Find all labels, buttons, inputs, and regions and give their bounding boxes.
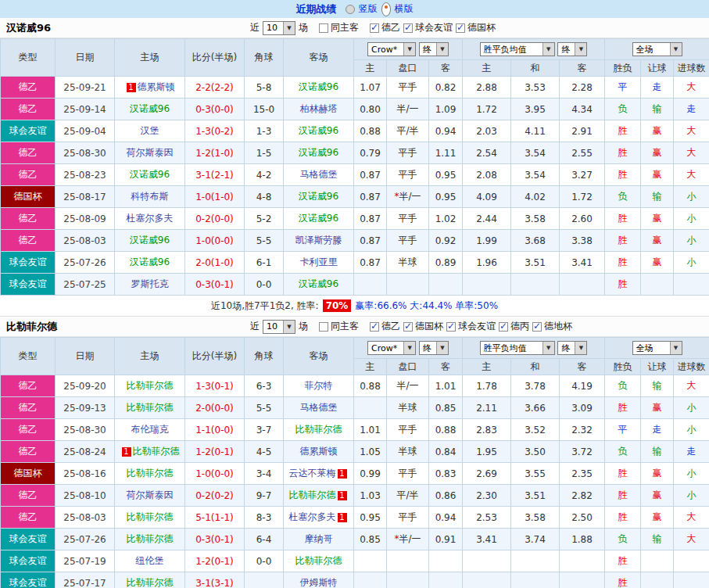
- team-link[interactable]: 柏林赫塔: [300, 103, 338, 114]
- team-link[interactable]: 汉诺威96: [299, 191, 338, 202]
- result-goals: 大: [674, 77, 709, 99]
- team-link[interactable]: 汉诺威96: [299, 278, 338, 289]
- avg-draw-odds: 3.51: [511, 252, 560, 274]
- team-link[interactable]: 荷尔斯泰因: [127, 489, 174, 500]
- team-link[interactable]: 比勒菲尔德: [127, 533, 174, 544]
- avg-away-odds: 3.38: [560, 230, 605, 252]
- fullmatch-dropdown[interactable]: 全场▼: [632, 341, 682, 355]
- match-row: 球会友谊25-07-25罗斯托克0-3(0-1)0-0汉诺威96胜: [1, 274, 709, 296]
- home-team-cell: 科特布斯: [115, 186, 185, 208]
- team-link[interactable]: 比勒菲尔德: [127, 511, 174, 522]
- away-team-cell: 凯泽斯劳滕: [284, 230, 354, 252]
- match-type-badge: 球会友谊: [1, 550, 56, 572]
- team-link[interactable]: 凯泽斯劳滕: [295, 235, 342, 246]
- team-link[interactable]: 德累斯顿: [138, 81, 175, 92]
- team-link[interactable]: 汉诺威96: [130, 235, 170, 246]
- team-link[interactable]: 云达不莱梅: [289, 468, 336, 479]
- team-link[interactable]: 卡利亚里: [300, 256, 338, 267]
- team-link[interactable]: 比勒菲尔德: [289, 489, 336, 500]
- team-link[interactable]: 科特布斯: [131, 191, 169, 202]
- team-link[interactable]: 杜塞尔多夫: [127, 213, 174, 224]
- red-card-badge: 1: [338, 491, 347, 500]
- team-link[interactable]: 纽伦堡: [136, 555, 164, 566]
- away-odds: [429, 274, 463, 296]
- team-link[interactable]: 比勒菲尔德: [127, 577, 174, 588]
- result-outcome: 胜: [605, 164, 641, 186]
- result-handicap: [641, 274, 674, 296]
- team-link[interactable]: 摩纳哥: [305, 533, 333, 544]
- team-link[interactable]: 汉堡: [141, 125, 159, 136]
- avg-odds-dropdown[interactable]: 胜平负均值▼: [480, 42, 555, 56]
- league-checkbox[interactable]: 德国杯: [403, 320, 443, 333]
- final-odds-dropdown[interactable]: 终▼: [419, 42, 449, 56]
- column-subheader: 和: [511, 60, 560, 77]
- league-checkbox[interactable]: 德乙: [370, 320, 400, 333]
- avg-away-odds: 3.27: [560, 164, 605, 186]
- fullmatch-dropdown[interactable]: 全场▼: [632, 42, 682, 56]
- team-link[interactable]: 罗斯托克: [131, 278, 169, 289]
- avg-home-odds: 2.54: [463, 142, 511, 164]
- avg-odds-dropdown[interactable]: 胜平负均值▼: [480, 341, 555, 355]
- team-link[interactable]: 荷尔斯泰因: [127, 147, 174, 158]
- radio-vertical-label[interactable]: 竖版: [359, 2, 378, 16]
- team-link[interactable]: 菲尔特: [305, 380, 333, 391]
- team-link[interactable]: 汉诺威96: [299, 147, 338, 158]
- team-link[interactable]: 比勒菲尔德: [295, 424, 342, 435]
- same-venue-checkbox[interactable]: 同主客: [319, 320, 359, 333]
- league-checkbox[interactable]: 德地杯: [532, 320, 572, 333]
- scope-header-group: 全场▼: [605, 39, 709, 60]
- match-date: 25-07-25: [56, 274, 115, 296]
- result-outcome: 胜: [605, 507, 641, 529]
- same-venue-checkbox[interactable]: 同主客: [319, 21, 359, 34]
- team-link[interactable]: 汉诺威96: [299, 81, 338, 92]
- result-outcome: 胜: [605, 142, 641, 164]
- column-subheader: 主: [463, 359, 511, 375]
- team-link[interactable]: 汉诺威96: [130, 256, 170, 267]
- result-outcome: 负: [605, 99, 641, 120]
- bookmaker-dropdown[interactable]: Crow*▼: [367, 42, 416, 56]
- match-date: 25-08-03: [56, 507, 115, 529]
- match-count-dropdown[interactable]: 10▼: [263, 320, 295, 334]
- team-link[interactable]: 马格德堡: [300, 402, 338, 413]
- corners: [245, 572, 284, 588]
- league-checkbox[interactable]: 德乙: [370, 21, 400, 34]
- team-link[interactable]: 比勒菲尔德: [133, 446, 180, 457]
- home-odds: 0.80: [354, 99, 387, 120]
- handicap: *半/一: [387, 186, 429, 208]
- final-avg-dropdown[interactable]: 终▼: [557, 341, 587, 355]
- match-date: 25-09-13: [56, 397, 115, 419]
- final-avg-dropdown[interactable]: 终▼: [557, 42, 587, 56]
- final-odds-dropdown[interactable]: 终▼: [419, 341, 449, 355]
- team-link[interactable]: 布伦瑞克: [131, 424, 169, 435]
- team-link[interactable]: 马格德堡: [300, 169, 338, 180]
- handicap: 平手: [387, 507, 429, 529]
- team-link[interactable]: 汉诺威96: [299, 213, 338, 224]
- team-link[interactable]: 汉诺威96: [299, 125, 338, 136]
- column-subheader: 主: [463, 60, 511, 77]
- bookmaker-dropdown[interactable]: Crow*▼: [367, 341, 416, 355]
- score: 1-0(0-0): [185, 230, 245, 252]
- team-link[interactable]: 汉诺威96: [130, 103, 170, 114]
- matches-table: 类型日期主场比分(半场)角球客场Crow*▼ 终▼胜平负均值▼ 终▼全场▼主盘口…: [0, 337, 709, 588]
- team-link[interactable]: 比勒菲尔德: [295, 555, 342, 566]
- team-link[interactable]: 杜塞尔多夫: [289, 511, 336, 522]
- avg-home-odds: 1.95: [463, 441, 511, 463]
- avg-home-odds: 2.69: [463, 463, 511, 485]
- team-link[interactable]: 比勒菲尔德: [127, 402, 174, 413]
- league-checkbox[interactable]: 球会友谊: [446, 320, 496, 333]
- team-link[interactable]: 伊姆斯特: [300, 577, 338, 588]
- league-checkbox[interactable]: 德丙: [499, 320, 529, 333]
- radio-horizontal-label[interactable]: 横版: [395, 2, 414, 16]
- avg-away-odds: [560, 572, 605, 588]
- league-checkbox[interactable]: 球会友谊: [403, 21, 453, 34]
- league-checkbox[interactable]: 德国杯: [456, 21, 496, 34]
- radio-vertical[interactable]: [346, 5, 355, 14]
- team-link[interactable]: 比勒菲尔德: [127, 380, 174, 391]
- team-link[interactable]: 德累斯顿: [300, 446, 338, 457]
- team-link[interactable]: 汉诺威96: [130, 169, 170, 180]
- result-handicap: 输: [641, 529, 674, 550]
- result-goals: 小: [674, 419, 709, 441]
- match-count-dropdown[interactable]: 10▼: [263, 21, 295, 35]
- team-link[interactable]: 比勒菲尔德: [127, 468, 174, 479]
- radio-horizontal[interactable]: [381, 2, 391, 16]
